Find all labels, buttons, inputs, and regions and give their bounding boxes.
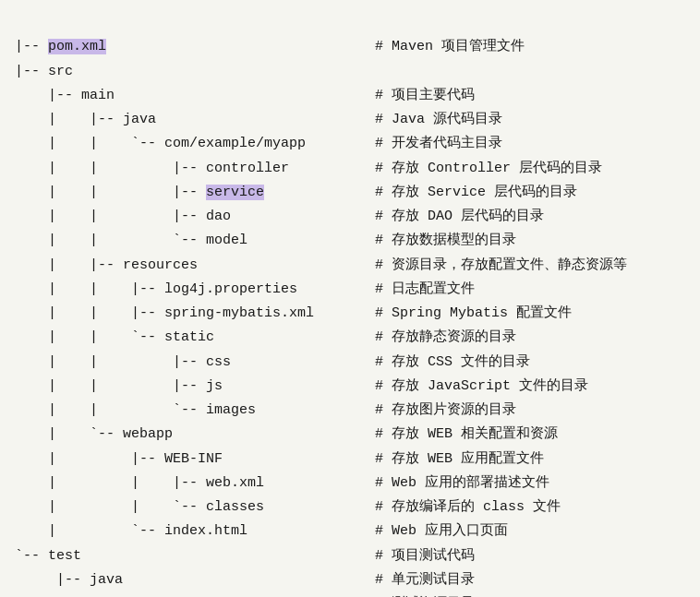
tree-path: | | |-- controller xyxy=(15,157,375,181)
tree-path: | |-- WEB-INF xyxy=(15,448,375,472)
tree-comment: # 存放 JavaScript 文件的目录 xyxy=(375,375,588,399)
tree-line: |-- java# 单元测试目录 xyxy=(15,568,685,592)
path-highlight: service xyxy=(206,185,264,200)
tree-comment: # 开发者代码主目录 xyxy=(375,132,502,156)
tree-line: | | |-- js# 存放 JavaScript 文件的目录 xyxy=(15,375,685,399)
tree-line: | |-- java# Java 源代码目录 xyxy=(15,108,685,132)
tree-path: | | |-- service xyxy=(15,181,375,205)
tree-path: `-- test xyxy=(15,544,375,568)
tree-comment: # Web 应用的部署描述文件 xyxy=(375,472,549,496)
tree-comment: # 存放 WEB 应用配置文件 xyxy=(375,448,544,472)
tree-path: | `-- index.html xyxy=(15,519,375,543)
tree-line: | `-- index.html# Web 应用入口页面 xyxy=(15,519,685,543)
tree-line: | | `-- classes# 存放编译后的 class 文件 xyxy=(15,496,685,519)
tree-line: | | |-- css# 存放 CSS 文件的目录 xyxy=(15,351,685,375)
tree-line: `-- test# 项目测试代码 xyxy=(15,544,685,568)
tree-line: | | |-- spring-mybatis.xml# Spring Mybat… xyxy=(15,302,685,326)
tree-line: | | |-- service# 存放 Service 层代码的目录 xyxy=(15,181,685,205)
tree-comment: # 存放 WEB 相关配置和资源 xyxy=(375,423,558,447)
tree-path: |-- java xyxy=(15,568,375,592)
tree-comment: # Maven 项目管理文件 xyxy=(375,35,525,59)
tree-comment: # 存放 CSS 文件的目录 xyxy=(375,351,530,375)
tree-comment: # 存放图片资源的目录 xyxy=(375,399,516,423)
tree-line: |-- src xyxy=(15,60,685,84)
tree-line: | |-- resources# 资源目录，存放配置文件、静态资源等 xyxy=(15,254,685,278)
tree-path: | | |-- css xyxy=(15,351,375,375)
tree-path: | | `-- model xyxy=(15,229,375,253)
tree-comment: # 存放 DAO 层代码的目录 xyxy=(375,205,544,229)
tree-line: | | |-- controller# 存放 Controller 层代码的目录 xyxy=(15,157,685,181)
tree-line: | | |-- web.xml# Web 应用的部署描述文件 xyxy=(15,472,685,496)
tree-path: | | `-- static xyxy=(15,326,375,350)
tree-path: | | |-- js xyxy=(15,375,375,399)
tree-line: |-- main# 项目主要代码 xyxy=(15,84,685,108)
tree-path: | | |-- web.xml xyxy=(15,472,375,496)
tree-path: |-- main xyxy=(15,84,375,108)
tree-path: | | |-- log4j.properties xyxy=(15,278,375,302)
tree-comment: # 存放 Controller 层代码的目录 xyxy=(375,157,602,181)
tree-path: |-- src xyxy=(15,60,375,84)
tree-comment: # 项目测试代码 xyxy=(375,544,475,568)
tree-line: | | |-- dao# 存放 DAO 层代码的目录 xyxy=(15,205,685,229)
path-before: | | |-- xyxy=(15,185,206,200)
tree-path: | |-- java xyxy=(15,108,375,132)
tree-comment: # 存放数据模型的目录 xyxy=(375,229,516,253)
tree-comment: # 存放 Service 层代码的目录 xyxy=(375,181,577,205)
tree-path: | | |-- dao xyxy=(15,205,375,229)
file-tree: |-- pom.xml# Maven 项目管理文件|-- src |-- mai… xyxy=(15,11,685,597)
tree-line: | `-- webapp# 存放 WEB 相关配置和资源 xyxy=(15,423,685,447)
tree-comment: # 日志配置文件 xyxy=(375,278,475,302)
tree-comment: # 资源目录，存放配置文件、静态资源等 xyxy=(375,254,627,278)
tree-line: |-- pom.xml# Maven 项目管理文件 xyxy=(15,35,685,59)
tree-comment: # 存放静态资源的目录 xyxy=(375,326,516,350)
tree-path: | | `-- com/example/myapp xyxy=(15,132,375,156)
tree-line: `-- resources# 测试资源目录 xyxy=(15,592,685,597)
tree-path: | | `-- classes xyxy=(15,496,375,519)
tree-line: | | `-- images# 存放图片资源的目录 xyxy=(15,399,685,423)
tree-comment: # Spring Mybatis 配置文件 xyxy=(375,302,572,326)
tree-comment: # Web 应用入口页面 xyxy=(375,519,508,543)
tree-path: `-- resources xyxy=(15,592,375,597)
tree-line: | | `-- static# 存放静态资源的目录 xyxy=(15,326,685,350)
path-highlight: pom.xml xyxy=(48,39,106,54)
tree-comment: # Java 源代码目录 xyxy=(375,108,502,132)
tree-line: | | `-- com/example/myapp# 开发者代码主目录 xyxy=(15,132,685,156)
tree-path: |-- pom.xml xyxy=(15,35,375,59)
tree-comment: # 单元测试目录 xyxy=(375,568,475,592)
tree-comment: # 项目主要代码 xyxy=(375,84,475,108)
tree-path: | `-- webapp xyxy=(15,423,375,447)
tree-line: | |-- WEB-INF# 存放 WEB 应用配置文件 xyxy=(15,448,685,472)
path-before: |-- xyxy=(15,39,48,54)
tree-line: | | |-- log4j.properties# 日志配置文件 xyxy=(15,278,685,302)
tree-comment: # 测试资源目录 xyxy=(375,592,475,597)
tree-path: | |-- resources xyxy=(15,254,375,278)
tree-line: | | `-- model# 存放数据模型的目录 xyxy=(15,229,685,253)
tree-comment: # 存放编译后的 class 文件 xyxy=(375,496,561,519)
tree-path: | | |-- spring-mybatis.xml xyxy=(15,302,375,326)
tree-path: | | `-- images xyxy=(15,399,375,423)
